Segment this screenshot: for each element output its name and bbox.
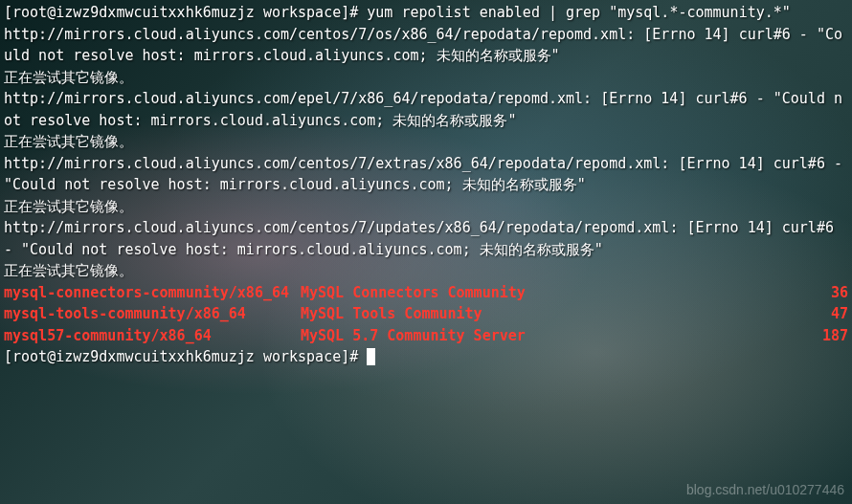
prompt-user: root (12, 348, 47, 365)
repo-name: mysql57-community/x86_64 (4, 325, 301, 347)
error-block-0: http://mirrors.cloud.aliyuncs.com/centos… (4, 24, 848, 67)
retry-msg-1: 正在尝试其它镜像。 (4, 131, 848, 153)
retry-msg-0: 正在尝试其它镜像。 (4, 67, 848, 89)
cursor-icon (367, 348, 375, 365)
prompt-sep: @ (47, 4, 56, 21)
terminal-output[interactable]: [root@izwz9dxmwcuitxxhk6muzjz workspace]… (4, 2, 848, 368)
prompt-sep: @ (47, 348, 56, 365)
error-errno: [Errno 14] (600, 90, 686, 107)
error-errno: [Errno 14] (643, 26, 729, 43)
prompt-dir: workspace (263, 348, 341, 365)
repo-row-0: mysql-connectors-community/x86_64 MySQL … (4, 282, 848, 304)
prompt-close: ]# (341, 348, 358, 365)
repo-row-1: mysql-tools-community/x86_64 MySQL Tools… (4, 303, 848, 325)
error-url: http://mirrors.cloud.aliyuncs.com/centos… (4, 155, 661, 172)
prompt-close: ]# (341, 4, 358, 21)
error-url: http://mirrors.cloud.aliyuncs.com/centos… (4, 26, 626, 43)
repo-desc: MySQL Connectors Community (301, 282, 831, 304)
prompt-open: [ (4, 348, 12, 365)
prompt-host: izwz9dxmwcuitxxhk6muzjz (56, 348, 255, 365)
prompt-host: izwz9dxmwcuitxxhk6muzjz (56, 4, 255, 21)
error-block-1: http://mirrors.cloud.aliyuncs.com/epel/7… (4, 88, 848, 131)
repo-row-2: mysql57-community/x86_64 MySQL 5.7 Commu… (4, 325, 848, 347)
command-text: yum repolist enabled | grep "mysql.*-com… (367, 4, 791, 21)
watermark-text: blog.csdn.net/u010277446 (686, 480, 844, 500)
command-line: [root@izwz9dxmwcuitxxhk6muzjz workspace]… (4, 2, 848, 24)
repo-name: mysql-connectors-community/x86_64 (4, 282, 301, 304)
error-block-3: http://mirrors.cloud.aliyuncs.com/centos… (4, 217, 848, 260)
error-url: http://mirrors.cloud.aliyuncs.com/epel/7… (4, 90, 583, 107)
repo-desc: MySQL Tools Community (301, 303, 831, 325)
repo-desc: MySQL 5.7 Community Server (301, 325, 822, 347)
error-errno: [Errno 14] (678, 155, 764, 172)
error-url: http://mirrors.cloud.aliyuncs.com/centos… (4, 219, 669, 236)
prompt-dir: workspace (263, 4, 341, 21)
prompt-line-idle[interactable]: [root@izwz9dxmwcuitxxhk6muzjz workspace]… (4, 346, 848, 368)
repo-count: 187 (822, 325, 848, 347)
repo-count: 36 (831, 282, 848, 304)
repo-count: 47 (831, 303, 848, 325)
repo-name: mysql-tools-community/x86_64 (4, 303, 301, 325)
error-block-2: http://mirrors.cloud.aliyuncs.com/centos… (4, 153, 848, 196)
prompt-user: root (12, 4, 47, 21)
retry-msg-3: 正在尝试其它镜像。 (4, 260, 848, 282)
prompt-open: [ (4, 4, 12, 21)
error-errno: [Errno 14] (686, 219, 773, 236)
retry-msg-2: 正在尝试其它镜像。 (4, 196, 848, 218)
